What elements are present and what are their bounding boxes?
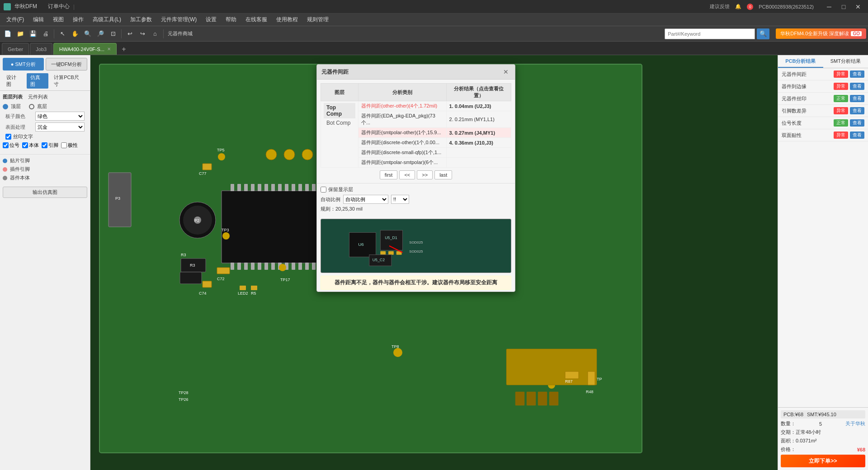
- menu-edit[interactable]: 编辑: [28, 14, 48, 25]
- feedback-btn[interactable]: 建议反馈: [710, 3, 730, 10]
- body-checkbox[interactable]: [22, 142, 28, 148]
- menu-help[interactable]: 帮助: [221, 14, 241, 25]
- result-1[interactable]: 1. 0.04mm (U2,J3): [446, 101, 511, 111]
- menu-tutorial[interactable]: 使用教程: [272, 14, 302, 25]
- upgrade-btn[interactable]: 华秋DFM4.0全新升级 深度解读 GO: [776, 28, 866, 39]
- top-comp-layer[interactable]: Top Comp: [324, 103, 355, 118]
- ref-checkbox[interactable]: [3, 142, 9, 148]
- svg-text:SOD025: SOD025: [409, 240, 423, 244]
- menu-library[interactable]: 元件库管理(W): [156, 14, 201, 25]
- pin-checkbox[interactable]: [42, 142, 47, 148]
- fit-btn[interactable]: ⊡: [107, 28, 119, 40]
- smt-results-tab[interactable]: SMT分析结果: [823, 55, 868, 68]
- select-btn[interactable]: ↖: [57, 28, 68, 40]
- notification-icon[interactable]: 🔔: [735, 4, 741, 9]
- ratio-select[interactable]: !!: [391, 195, 409, 204]
- tab-job3[interactable]: Job3: [30, 43, 52, 55]
- item-label-4: 引脚数差异: [782, 108, 834, 114]
- maximize-btn[interactable]: □: [837, 2, 850, 11]
- smt-analysis-btn[interactable]: ● SMT分析: [3, 58, 44, 70]
- order-center[interactable]: 订单中心: [48, 3, 70, 10]
- about-link[interactable]: 关于华秋: [845, 420, 865, 427]
- undo-btn[interactable]: ↩: [124, 28, 136, 40]
- last-btn[interactable]: last: [434, 170, 452, 179]
- upgrade-label: 华秋DFM4.0全新升级 深度解读: [780, 30, 849, 37]
- svg-text:U5_D1: U5_D1: [385, 235, 397, 240]
- order-btn[interactable]: 立即下单>>: [781, 455, 865, 467]
- top-layer-radio[interactable]: [3, 104, 8, 109]
- minimize-btn[interactable]: ─: [823, 2, 835, 11]
- result-3[interactable]: 3. 0.27mm (J4,MY1): [446, 128, 511, 138]
- view-btn-6[interactable]: 查看: [850, 132, 864, 139]
- zoom-out-btn[interactable]: 🔎: [94, 28, 106, 40]
- result-5[interactable]: [446, 148, 511, 158]
- polar-checkbox[interactable]: [61, 142, 67, 148]
- analysis-type-5[interactable]: 器件间距(discrete-small-qfp)(1个,1...: [358, 148, 446, 158]
- bot-comp-layer[interactable]: Bot Comp: [324, 118, 355, 127]
- tab-close-icon[interactable]: ✕: [107, 47, 111, 52]
- result-4[interactable]: 4. 0.36mm (J10,J3): [446, 138, 511, 148]
- home-btn[interactable]: ⌂: [149, 28, 161, 40]
- export-btn[interactable]: 输出仿真图: [3, 187, 87, 198]
- view-btn-2[interactable]: 查看: [850, 83, 864, 90]
- open-btn[interactable]: 📁: [14, 28, 26, 40]
- search-input[interactable]: [665, 28, 755, 39]
- svg-rect-8: [264, 184, 268, 191]
- board-color-select[interactable]: 绿色: [35, 112, 85, 121]
- menu-operate[interactable]: 操作: [68, 14, 88, 25]
- dfm-analysis-btn[interactable]: 一键DFM分析: [46, 58, 88, 70]
- toolbar: 📄 📁 💾 🖨 ↖ ✋ 🔍 🔎 ⊡ ↩ ↪ ⌂ 元器件商城 🔍 华秋DFM4.0…: [0, 26, 868, 42]
- col-analysis: 分析类别: [358, 84, 446, 101]
- item-label-5: 位号长度: [782, 120, 834, 127]
- tab-simulate[interactable]: 仿真图: [27, 73, 49, 89]
- add-tab-btn[interactable]: +: [118, 44, 129, 55]
- tab-calc[interactable]: 计算PCB尺寸: [50, 73, 87, 89]
- menu-view[interactable]: 视图: [48, 14, 68, 25]
- first-btn[interactable]: first: [380, 170, 398, 179]
- zoom-in-btn[interactable]: 🔍: [82, 28, 94, 40]
- menu-advanced[interactable]: 高级工具(L): [88, 14, 126, 25]
- tab-design[interactable]: 设计图: [3, 73, 25, 89]
- component-types: 贴片引脚 插件引脚 器件本体: [0, 154, 90, 184]
- new-btn[interactable]: 📄: [2, 28, 14, 40]
- next-btn[interactable]: >>: [417, 170, 433, 179]
- view-btn-1[interactable]: 查看: [850, 70, 864, 78]
- preserve-layer-check[interactable]: [321, 187, 326, 193]
- surface-select[interactable]: 沉金: [35, 122, 85, 132]
- view-btn-3[interactable]: 查看: [850, 95, 864, 102]
- pcb-id: PCB00028938(2623512): [759, 4, 814, 9]
- svg-rect-14: [305, 184, 309, 191]
- redo-btn[interactable]: ↪: [137, 28, 148, 40]
- analysis-type-1[interactable]: 器件间距(other-other)(4个,1.72mil): [358, 101, 446, 111]
- dialog-close-btn[interactable]: ✕: [501, 67, 510, 76]
- search-btn[interactable]: 🔍: [757, 28, 769, 39]
- menu-support[interactable]: 在线客服: [241, 14, 272, 25]
- result-2[interactable]: 2. 0.21mm (MY1,L1): [446, 111, 511, 128]
- menu-process[interactable]: 加工参数: [126, 14, 156, 25]
- result-6[interactable]: [446, 158, 511, 168]
- tab-gerber[interactable]: Gerber: [2, 43, 29, 55]
- layer-section: 图层列表 元件列表 顶层 底层 板子颜色 绿色 表面处理 沉金: [0, 91, 90, 152]
- silk-checkbox[interactable]: [5, 134, 11, 140]
- view-btn-4[interactable]: 查看: [850, 107, 864, 114]
- menu-file[interactable]: 文件(F): [2, 14, 28, 25]
- print-btn[interactable]: 🖨: [40, 28, 52, 40]
- analysis-type-4[interactable]: 器件间距(discrete-other)(1个,0.00...: [358, 138, 446, 148]
- svg-rect-34: [244, 263, 248, 270]
- tab-hwa[interactable]: HWA400-24V0F-S... ✕: [53, 43, 117, 55]
- move-btn[interactable]: ✋: [69, 28, 81, 40]
- save-btn[interactable]: 💾: [27, 28, 39, 40]
- analysis-type-6[interactable]: 器件间距(smtpolar-smtpolar)(6个...: [358, 158, 446, 168]
- bottom-layer-radio[interactable]: [29, 104, 34, 109]
- layer-top-row[interactable]: Top Comp Bot Comp 器件间距(other-other)(4个,1…: [321, 101, 511, 111]
- view-btn-5[interactable]: 查看: [850, 119, 864, 127]
- menu-rules[interactable]: 规则管理: [302, 14, 333, 25]
- scale-select[interactable]: 自动比例: [343, 195, 388, 204]
- close-btn[interactable]: ✕: [852, 2, 864, 11]
- pcb-canvas[interactable]: P3: [90, 55, 778, 470]
- analysis-type-2[interactable]: 器件间距(EDA_pkg-EDA_pkg)(73个...: [358, 111, 446, 128]
- analysis-type-3[interactable]: 器件间距(smtpolar-other)(1个,15.9...: [358, 128, 446, 138]
- pcb-results-tab[interactable]: PCB分析结果: [778, 55, 823, 68]
- prev-btn[interactable]: <<: [399, 170, 415, 179]
- menu-settings[interactable]: 设置: [201, 14, 221, 25]
